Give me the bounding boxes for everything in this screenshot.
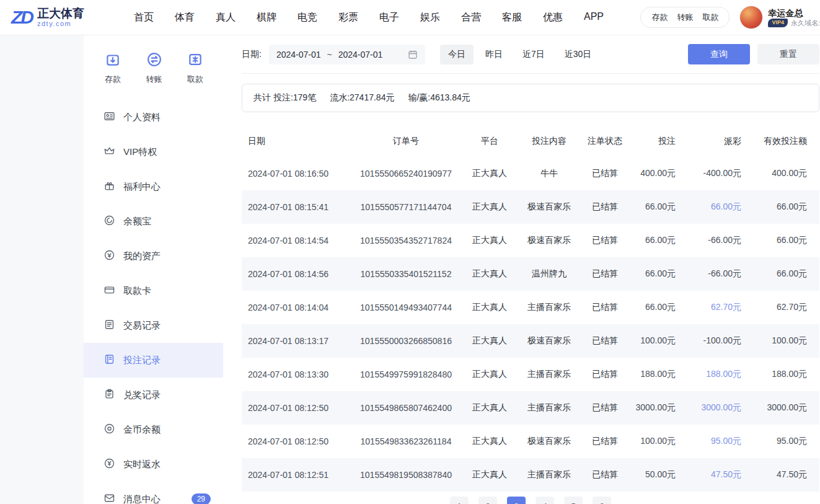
table-row: 2024-07-01 08:14:561015550335401521152正大…: [242, 257, 819, 291]
cell-content: 极速百家乐: [518, 235, 581, 246]
cell-valid: 62.70元: [741, 302, 819, 313]
page-button[interactable]: 4: [536, 497, 554, 504]
list-document-icon: [104, 319, 115, 332]
quick-range-today[interactable]: 今日: [440, 45, 474, 64]
sidebar-item-messages[interactable]: 消息中心 29: [84, 482, 223, 504]
cell-content: 温州牌九: [518, 268, 581, 280]
summary-turnover: 流水:27417.84元: [330, 92, 394, 104]
sidebar-deposit-button[interactable]: 存款: [105, 51, 121, 85]
table-row: 2024-07-01 08:14:041015550149493407744正大…: [242, 291, 819, 324]
cell-status: 已结算: [581, 201, 629, 213]
nav-item-promos[interactable]: 优惠: [543, 11, 563, 24]
nav-item-esports[interactable]: 电竞: [298, 11, 317, 24]
cell-valid: 188.00元: [741, 369, 819, 380]
header-transfer-link[interactable]: 转账: [677, 12, 693, 23]
bank-card-icon: [104, 284, 115, 298]
avatar[interactable]: [739, 6, 763, 29]
nav-item-slots[interactable]: 电子: [379, 11, 399, 24]
summary-total: 共计 投注:179笔: [253, 92, 316, 104]
cell-status: 已结算: [581, 335, 629, 347]
sidebar-item-profile[interactable]: 个人资料: [84, 100, 223, 135]
quick-range-30days[interactable]: 近30日: [557, 45, 600, 64]
quick-range-7days[interactable]: 近7日: [514, 45, 553, 64]
page-button[interactable]: 2: [478, 497, 497, 504]
sidebar-transfer-button[interactable]: 转账: [146, 51, 162, 85]
nav-item-lottery[interactable]: 彩票: [338, 11, 358, 24]
cell-status: 已结算: [581, 402, 629, 413]
cell-platform: 正大真人: [462, 268, 518, 280]
nav-item-chess[interactable]: 棋牌: [257, 11, 276, 24]
cell-bet: 400.00元: [629, 168, 676, 179]
cell-date: 2024-07-01 08:13:30: [242, 369, 350, 379]
table-row: 2024-07-01 08:12:501015549833623261184正大…: [242, 425, 819, 458]
sidebar-item-yuebao[interactable]: 余额宝: [84, 204, 223, 239]
message-count-badge: 29: [192, 493, 211, 504]
sidebar-item-transactions[interactable]: 交易记录: [84, 308, 223, 343]
cell-valid: 95.00元: [741, 436, 819, 447]
sidebar-withdraw-button[interactable]: 取款: [187, 51, 203, 85]
nav-item-sports[interactable]: 体育: [175, 11, 195, 24]
date-range-input[interactable]: 2024-07-01 ~ 2024-07-01: [269, 45, 425, 64]
brand-domain: zdty.com: [37, 20, 84, 27]
cell-order: 1015550665240190977: [350, 169, 462, 179]
cell-status: 已结算: [581, 268, 629, 280]
user-account[interactable]: 幸运金总 VIP4 永久域名:: [739, 6, 820, 29]
sidebar-item-welfare[interactable]: 福利中心: [84, 169, 223, 204]
sidebar-item-rebate[interactable]: 实时返水: [84, 447, 223, 482]
cell-status: 已结算: [581, 369, 629, 380]
summary-winloss: 输/赢:4613.84元: [408, 92, 470, 104]
sidebar-item-bet-records[interactable]: 投注记录: [84, 343, 223, 378]
nav-item-partnership[interactable]: 合营: [461, 11, 481, 24]
nav-item-app[interactable]: APP: [584, 11, 604, 24]
sidebar-item-assets[interactable]: 我的资产: [84, 239, 223, 273]
cell-bet: 3000.00元: [629, 402, 676, 413]
cell-status: 已结算: [581, 469, 629, 480]
user-name: 幸运金总: [768, 7, 820, 19]
cell-date: 2024-07-01 08:12:50: [242, 436, 350, 446]
cell-date: 2024-07-01 08:16:50: [242, 169, 350, 179]
sidebar-quick-label: 取款: [187, 74, 203, 85]
bet-records-table: 日期 订单号 平台 投注内容 注单状态 投注 派彩 有效投注额 2024-07-…: [242, 126, 819, 492]
page-button[interactable]: 6: [593, 497, 611, 504]
quick-range-yesterday[interactable]: 昨日: [477, 45, 511, 64]
cell-valid: 3000.00元: [741, 402, 819, 413]
cell-valid: 47.50元: [741, 469, 819, 480]
header-deposit-link[interactable]: 存款: [651, 12, 668, 23]
nav-item-home[interactable]: 首页: [134, 11, 154, 24]
brand-logo[interactable]: ZD 正大体育 zdty.com: [11, 7, 121, 28]
cell-status: 已结算: [581, 235, 629, 246]
header-withdraw-link[interactable]: 取款: [702, 12, 718, 23]
cell-bet: 66.00元: [629, 201, 676, 213]
sidebar-item-label: 余额宝: [123, 216, 151, 228]
cell-platform: 正大真人: [462, 302, 518, 313]
table-body: 2024-07-01 08:16:501015550665240190977正大…: [242, 157, 819, 492]
nav-item-support[interactable]: 客服: [502, 11, 522, 24]
cell-payout: 188.00元: [676, 369, 741, 380]
sidebar-item-vip[interactable]: VIP特权: [84, 135, 223, 169]
column-header-status: 注单状态: [581, 136, 629, 147]
page-button[interactable]: 5: [564, 497, 583, 504]
envelope-icon: [104, 492, 115, 504]
cell-bet: 100.00元: [629, 335, 676, 347]
vip-badge: VIP4: [768, 19, 788, 28]
page-button[interactable]: 1: [450, 497, 469, 504]
sidebar-item-withdraw-card[interactable]: 取款卡: [84, 273, 223, 308]
search-button[interactable]: 查询: [688, 44, 750, 64]
reset-button[interactable]: 重置: [757, 44, 819, 64]
sidebar-item-label: 消息中心: [123, 493, 161, 504]
nav-item-live[interactable]: 真人: [216, 11, 236, 24]
page-button[interactable]: 3: [507, 497, 526, 504]
column-header-payout: 派彩: [676, 136, 741, 147]
sidebar-item-gold-balance[interactable]: 金币余额: [84, 412, 223, 447]
cell-status: 已结算: [581, 168, 629, 179]
cell-platform: 正大真人: [462, 201, 518, 213]
nav-item-entertainment[interactable]: 娱乐: [420, 11, 440, 24]
table-row: 2024-07-01 08:15:411015550577171144704正大…: [242, 190, 819, 224]
cell-payout: -400.00元: [676, 168, 741, 179]
cell-content: 极速百家乐: [518, 335, 581, 347]
cell-platform: 正大真人: [462, 335, 518, 347]
sidebar-item-redeem-records[interactable]: 兑奖记录: [84, 378, 223, 412]
table-row: 2024-07-01 08:12:511015549819508387840正大…: [242, 458, 819, 492]
table-row: 2024-07-01 08:13:171015550003266850816正大…: [242, 324, 819, 358]
sidebar-item-label: 个人资料: [123, 112, 161, 123]
